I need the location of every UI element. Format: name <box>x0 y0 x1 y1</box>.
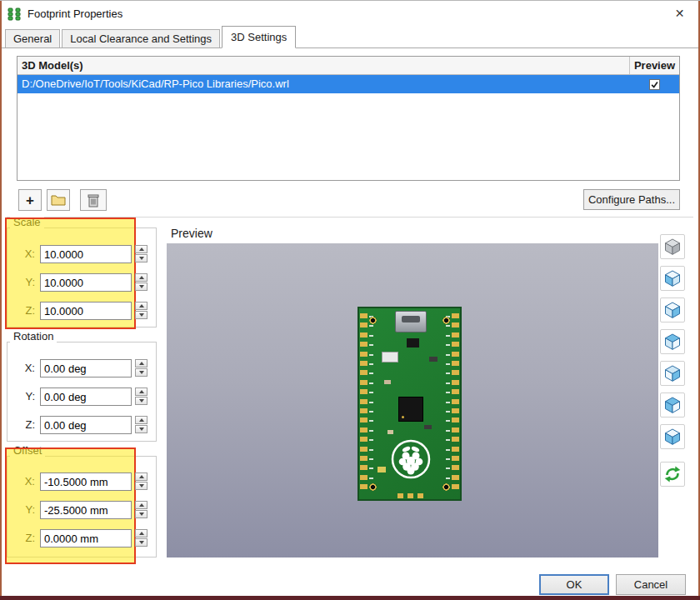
rotation-y-label: Y: <box>8 388 35 406</box>
view-left-button[interactable] <box>660 266 685 291</box>
trash-icon <box>88 193 99 208</box>
configure-paths-button[interactable]: Configure Paths... <box>583 189 680 210</box>
model-list-header: 3D Model(s) Preview <box>18 57 679 75</box>
view-top-button[interactable] <box>660 392 685 418</box>
view-front-button[interactable] <box>660 329 685 354</box>
silkscreen-labels-left <box>369 316 373 492</box>
rotation-group-title: Rotation <box>10 330 57 342</box>
rotation-z-label: Z: <box>8 416 35 434</box>
cube-left-face-icon <box>662 268 682 288</box>
castellated-pads-right <box>452 313 459 494</box>
3d-preview-canvas[interactable] <box>167 243 658 558</box>
tab-local-clearance[interactable]: Local Clearance and Settings <box>62 29 220 48</box>
offset-z-spinner[interactable] <box>135 529 148 548</box>
pico-board-model <box>358 307 462 501</box>
debug-pads-bottom <box>398 493 424 498</box>
offset-x-spinner[interactable] <box>135 472 148 491</box>
checkmark-icon <box>650 80 659 89</box>
spinner-down-icon[interactable] <box>135 397 148 405</box>
spinner-down-icon[interactable] <box>135 254 148 262</box>
passive-component <box>424 425 432 429</box>
tab-3d-settings[interactable]: 3D Settings <box>222 26 296 48</box>
preview-title: Preview <box>171 227 212 240</box>
view-back-button[interactable] <box>660 361 685 386</box>
spinner-up-icon[interactable] <box>135 501 148 509</box>
spinner-down-icon[interactable] <box>135 311 148 319</box>
micro-usb-connector <box>395 311 427 332</box>
cube-right-face-icon <box>662 300 682 320</box>
rotation-y-input[interactable] <box>40 388 132 406</box>
rp2040-chip <box>398 397 423 422</box>
mounting-hole <box>442 483 450 491</box>
spinner-up-icon[interactable] <box>135 388 148 396</box>
scale-x-input[interactable] <box>40 245 132 263</box>
spinner-up-icon[interactable] <box>135 273 148 282</box>
spinner-up-icon[interactable] <box>135 529 148 538</box>
cube-face-icon <box>662 427 682 447</box>
spinner-down-icon[interactable] <box>135 425 148 433</box>
spinner-up-icon[interactable] <box>135 416 148 424</box>
passive-component <box>429 357 438 362</box>
rotation-x-spinner[interactable] <box>135 359 148 378</box>
view-right-button[interactable] <box>660 298 685 322</box>
offset-y-spinner[interactable] <box>135 501 148 519</box>
offset-z-input[interactable] <box>40 529 132 548</box>
window-edge <box>0 1 2 596</box>
spinner-down-icon[interactable] <box>135 510 148 518</box>
raspberry-pi-logo <box>390 438 432 480</box>
spinner-up-icon[interactable] <box>135 472 148 481</box>
column-header-preview: Preview <box>630 57 679 74</box>
rotation-y-spinner[interactable] <box>135 388 148 406</box>
spinner-up-icon[interactable] <box>135 359 148 368</box>
offset-y-input[interactable] <box>40 501 132 519</box>
model-row[interactable]: D:/OneDrive/IoT/Tools/KiCad/RP-Pico Libr… <box>18 75 679 93</box>
spinner-up-icon[interactable] <box>135 302 148 310</box>
mounting-hole <box>369 483 377 491</box>
title-bar: Footprint Properties ✕ <box>0 1 700 26</box>
scale-x-spinner[interactable] <box>135 245 148 263</box>
window-title: Footprint Properties <box>28 8 122 20</box>
footprint-app-icon <box>8 7 22 21</box>
tab-bar: General Local Clearance and Settings 3D … <box>0 26 700 48</box>
preview-checkbox[interactable] <box>649 79 660 90</box>
scale-y-input[interactable] <box>40 273 132 292</box>
spinner-down-icon[interactable] <box>135 482 148 490</box>
rotation-x-input[interactable] <box>40 359 132 378</box>
rotation-x-label: X: <box>8 359 35 378</box>
scale-y-spinner[interactable] <box>135 273 148 292</box>
rotation-z-spinner[interactable] <box>135 416 148 434</box>
spinner-up-icon[interactable] <box>135 245 148 253</box>
add-model-button[interactable]: + <box>18 189 42 211</box>
browse-folder-button[interactable] <box>47 189 70 211</box>
ok-button[interactable]: OK <box>539 574 609 595</box>
model-path: D:/OneDrive/IoT/Tools/KiCad/RP-Pico Libr… <box>18 75 630 93</box>
plus-icon: + <box>26 193 34 208</box>
mounting-hole <box>369 317 377 324</box>
delete-model-button[interactable] <box>80 189 107 211</box>
footprint-properties-dialog: Footprint Properties ✕ General Local Cle… <box>0 0 700 600</box>
tab-general[interactable]: General <box>5 29 60 48</box>
bootsel-button <box>382 352 398 362</box>
mounting-hole <box>442 317 450 324</box>
cancel-button[interactable]: Cancel <box>616 574 686 595</box>
reload-model-button[interactable] <box>660 462 685 487</box>
window-edge <box>0 596 700 600</box>
close-button[interactable]: ✕ <box>661 1 698 26</box>
passive-component <box>378 467 386 472</box>
view-bottom-button[interactable] <box>660 424 685 449</box>
green-refresh-icon <box>662 464 682 484</box>
scale-z-input[interactable] <box>40 302 132 320</box>
view-isometric-button[interactable] <box>660 234 685 259</box>
gray-cube-icon <box>662 237 682 257</box>
scale-z-spinner[interactable] <box>135 302 148 320</box>
spinner-down-icon[interactable] <box>135 282 148 291</box>
castellated-pads-left <box>360 313 368 494</box>
spinner-down-icon[interactable] <box>135 538 148 547</box>
rotation-z-input[interactable] <box>40 416 132 434</box>
passive-component <box>388 430 393 434</box>
spinner-down-icon[interactable] <box>135 368 148 377</box>
cube-face-icon <box>662 395 682 415</box>
offset-x-input[interactable] <box>40 472 132 491</box>
model-list[interactable]: 3D Model(s) Preview D:/OneDrive/IoT/Tool… <box>17 56 680 181</box>
passive-component <box>384 380 391 384</box>
